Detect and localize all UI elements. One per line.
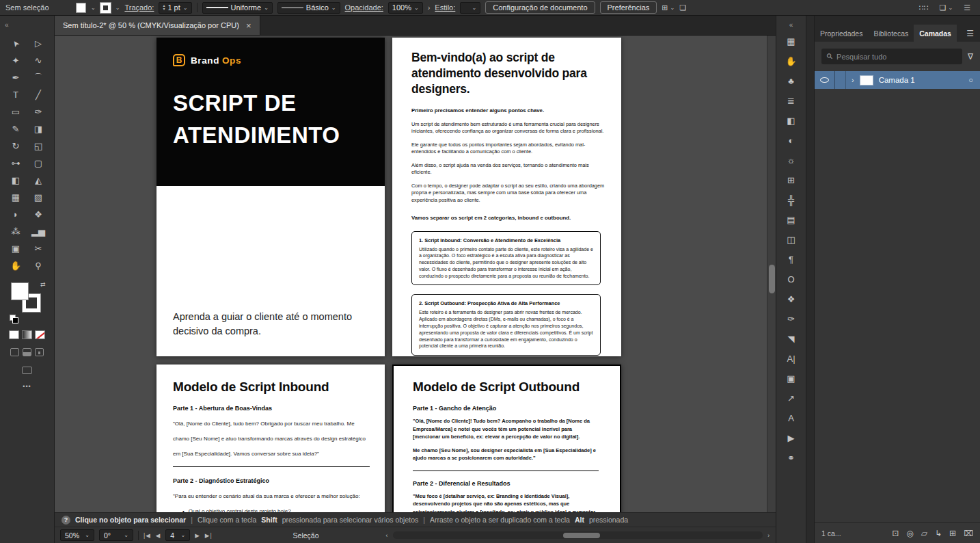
spin-down-icon[interactable]: ▾ [163,8,165,11]
selection-tool[interactable]: ➤ [5,35,27,52]
visibility-toggle[interactable] [815,71,835,89]
symbols-panel-icon[interactable]: ♣ [782,76,800,86]
expand-layer-icon[interactable]: › [852,76,854,84]
color-guide-panel-icon[interactable]: ✋ [782,56,800,66]
align-panel-icon[interactable]: ▤ [782,215,800,225]
inbound-part1-body[interactable]: "Olá, [Nome do Cliente], tudo bem? Obrig… [173,416,370,462]
cover-tagline[interactable]: Aprenda a guiar o cliente até o momento … [173,310,375,339]
draw-behind-icon[interactable] [23,348,31,356]
column-graph-tool[interactable]: ▂▅ [27,223,50,240]
draw-inside-icon[interactable] [35,348,44,356]
welcome-paragraph-1[interactable]: Um script de atendimento bem estruturado… [411,121,608,135]
tab-camadas[interactable]: Camadas [914,25,957,42]
new-sublayer-icon[interactable]: ↳ [935,529,942,538]
character-panel-icon[interactable]: A| [782,354,800,364]
artboard-number-select[interactable]: 4 ⌄ [165,529,190,541]
scale-tool[interactable]: ◱ [27,137,50,155]
stroke-weight-dropdown-icon[interactable]: ⌄ [183,5,188,11]
inbound-title[interactable]: Modelo de Script Inbound [173,380,368,395]
tab-propriedades[interactable]: Propriedades [815,25,868,42]
stroke-weight-label[interactable]: Traçado: [124,3,154,12]
shape-builder-tool[interactable]: ◧ [5,172,27,189]
welcome-paragraph-2[interactable]: Ele garante que todos os pontos importan… [411,142,608,156]
cover-hero[interactable]: B BrandOps SCRIPT DE ATENDIMENTO [156,38,385,186]
layers-panel-icon[interactable]: ▣ [782,373,800,384]
artboard-inbound-script[interactable]: Modelo de Script Inbound Parte 1 - Abert… [156,365,385,512]
opacity-label[interactable]: Opacidade: [345,3,383,12]
zoom-tool[interactable]: ⚲ [27,257,50,274]
stroke-panel-icon[interactable]: ≣ [782,96,800,106]
brush-select[interactable]: Básico ⌄ [277,2,340,14]
document-tab[interactable]: Sem título-2* @ 50 % (CMYK/Visualização … [55,16,260,35]
artboard-number-dropdown-icon[interactable]: ⌄ [181,532,186,538]
zoom-select[interactable]: 50% ⌄ [60,529,94,541]
cover-title[interactable]: SCRIPT DE ATENDIMENTO [173,87,368,151]
gradient-tool[interactable]: ▧ [27,189,50,206]
zoom-dropdown-icon[interactable]: ⌄ [85,532,90,538]
free-transform-tool[interactable]: ▢ [27,155,50,172]
fill-proxy[interactable] [11,282,29,300]
fill-color-swatch[interactable] [76,3,86,13]
layer-target-icon[interactable]: ○ [968,76,973,84]
opacity-panel-icon[interactable]: › [428,3,431,12]
paintbrush-tool[interactable]: ✑ [27,103,50,120]
magic-wand-tool[interactable]: ✦ [5,52,27,69]
outbound-divider[interactable] [413,471,599,471]
gradient-panel-icon[interactable]: ◐ [782,135,800,146]
pencil-tool[interactable]: ✎ [5,120,27,137]
lasso-tool[interactable]: ∿ [27,52,50,69]
width-profile-select[interactable]: Uniforme ⌄ [202,2,273,14]
width-profile-dropdown-icon[interactable]: ⌄ [264,5,269,11]
outbound-part2-paragraph-1[interactable]: "Meu foco é [detalhar serviço, ex: Brand… [413,492,599,513]
menu-icon[interactable]: ☰ [964,3,970,12]
style-select[interactable]: ⌄ [460,2,480,14]
width-tool[interactable]: ⊶ [5,155,27,172]
color-button[interactable] [9,330,19,339]
locate-object-icon[interactable]: ◎ [906,529,913,538]
outbound-part1-paragraph-2[interactable]: Me chamo [Seu Nome], sou designer especi… [413,447,599,462]
search-input-box[interactable]: ⚲ [821,49,962,64]
outbound-part1-paragraph-1[interactable]: "Olá, [Nome do Cliente]! Tudo bem? Acomp… [413,417,599,441]
last-artboard-button[interactable]: ▶| [205,532,213,539]
arrange-documents-icon[interactable]: ❏ ⌄ [940,3,953,12]
workspace-switcher-icon[interactable]: ∷∷ [919,3,929,12]
help-icon[interactable]: ? [62,516,70,525]
stroke-dropdown-icon[interactable]: ⌄ [115,5,120,11]
asset-export-panel-icon[interactable]: ◥ [782,334,800,344]
eyedropper-tool[interactable]: ◗ [5,206,27,223]
layer-thumbnail[interactable] [860,75,873,85]
scroll-left-icon[interactable]: ‹ [386,532,389,539]
vertical-scrollbar-thumb[interactable] [769,265,775,293]
actions-panel-icon[interactable]: ▶ [782,433,800,443]
welcome-categories[interactable]: Vamos separar os script em 2 categorias,… [411,215,608,222]
scroll-right-icon[interactable]: › [767,532,770,539]
tab-close-icon[interactable]: × [246,21,251,31]
edit-toolbar-icon[interactable]: ••• [0,383,54,390]
make-clipping-mask-icon[interactable]: ▱ [921,529,927,538]
collect-export-icon[interactable]: ⊡ [892,529,899,538]
rotate-tool[interactable]: ↻ [5,137,27,155]
opentype-panel-icon[interactable]: O [782,274,800,284]
gradient-button[interactable] [22,330,32,339]
screen-mode-icon[interactable] [22,367,32,374]
previous-artboard-button[interactable]: ◀ [156,532,161,539]
outbound-part2-heading[interactable]: Parte 2 - Diferencial e Resultados [413,480,601,487]
opacity-field[interactable]: 100% ⌄ [388,2,423,14]
links-panel-icon[interactable]: ⚭ [782,453,800,463]
canvas[interactable]: B BrandOps SCRIPT DE ATENDIMENTO Aprenda… [55,36,776,512]
stroke-weight-stepper[interactable]: ▴▾ [163,4,165,11]
vertical-scrollbar[interactable] [767,36,776,512]
type-tool[interactable]: T [5,86,27,103]
horizontal-scrollbar[interactable] [393,531,763,539]
rectangle-tool[interactable]: ▭ [5,103,27,120]
stroke-color-swatch[interactable] [100,3,111,13]
fill-dropdown-icon[interactable]: ⌄ [91,5,96,11]
panel-menu-icon[interactable]: ☰ [960,25,980,42]
layer-row[interactable]: › Camada 1 ○ [815,71,980,89]
pen-tool[interactable]: ✒ [5,69,27,86]
inbound-divider[interactable] [173,466,370,467]
opacity-dropdown-icon[interactable]: ⌄ [414,5,419,11]
artboard-tool[interactable]: ▣ [5,240,27,257]
style-dropdown-icon[interactable]: ⌄ [472,5,477,11]
paragraph-panel-icon[interactable]: ¶ [782,254,800,265]
